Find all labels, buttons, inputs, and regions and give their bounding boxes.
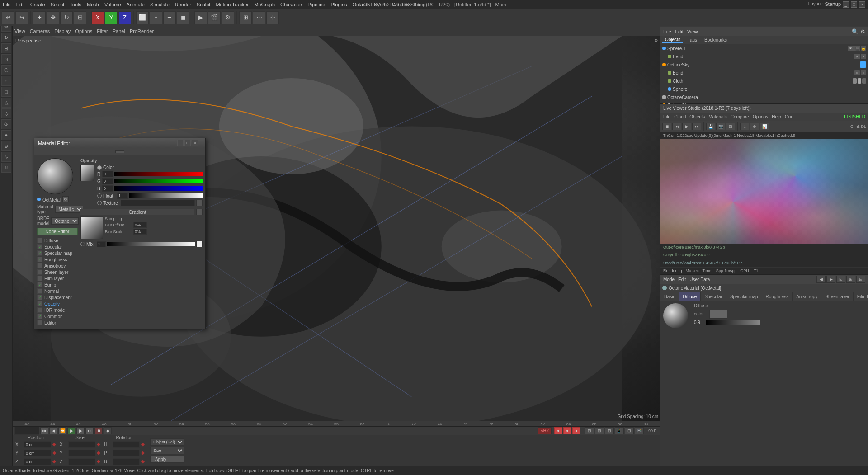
tab-specular-map[interactable]: Specular map: [726, 292, 762, 301]
cloth-tag3[interactable]: [862, 78, 866, 84]
tab-film-layer[interactable]: Film layer: [854, 292, 868, 301]
channel-diffuse[interactable]: Diffuse: [37, 237, 78, 244]
render-red-btn3[interactable]: ●: [572, 427, 580, 434]
playback-btn5[interactable]: ⊡: [625, 427, 634, 434]
channel-anisotropy[interactable]: Anisotropy: [37, 263, 78, 269]
lv-mode-btn2[interactable]: ⊞: [846, 276, 855, 283]
pos-y-input[interactable]: [24, 450, 51, 456]
mat-editor-maximize[interactable]: □: [184, 140, 191, 146]
pos-x-input[interactable]: [24, 441, 51, 448]
lv-menu-file[interactable]: File: [663, 114, 670, 119]
playback-btn2[interactable]: ⊞: [595, 427, 604, 434]
diffuse-slider[interactable]: [706, 320, 760, 325]
obj-item-bend1[interactable]: Bend ✓ ✓: [666, 52, 868, 61]
rot-h-key[interactable]: [141, 443, 145, 447]
bend2-edit[interactable]: ×: [861, 70, 866, 75]
roughness-check[interactable]: ✓: [37, 257, 42, 262]
scale-tool[interactable]: ⊞: [74, 11, 86, 24]
lv-btn-2[interactable]: ⏮: [672, 123, 681, 130]
lv-mode-edit[interactable]: Edit: [678, 277, 686, 282]
channel-ior-mode[interactable]: IOR mode: [37, 307, 78, 313]
channel-specular-map[interactable]: ✓ Specular map: [37, 250, 78, 256]
close-button[interactable]: ×: [859, 1, 865, 8]
pos-z-key[interactable]: [52, 460, 56, 464]
sidebar-tool-13[interactable]: ⊛: [1, 141, 11, 151]
lv-menu-cloud[interactable]: Cloud: [674, 114, 686, 119]
tab-objects[interactable]: Objects: [662, 37, 683, 43]
axis-z[interactable]: Z: [118, 11, 131, 24]
obj-manager-file[interactable]: File: [663, 29, 671, 34]
obj-item-octanesky1[interactable]: OctaneSky: [660, 61, 868, 69]
lv-btn-save[interactable]: 💾: [706, 123, 715, 130]
lv-mode-btn1[interactable]: ⊡: [836, 276, 845, 283]
pos-z-input[interactable]: [24, 458, 51, 465]
playback-btn3[interactable]: ⊟: [605, 427, 614, 434]
lv-nav-fwd[interactable]: ▶: [826, 276, 835, 283]
editor-check[interactable]: [37, 320, 42, 325]
obj-manager-edit[interactable]: Edit: [675, 29, 684, 34]
lv-mode-userdata[interactable]: User Data: [689, 277, 710, 282]
tab-anisotropy[interactable]: Anisotropy: [793, 292, 821, 301]
size-x-input[interactable]: 690.599 cm: [68, 441, 95, 448]
diffuse-check[interactable]: [37, 238, 42, 243]
playback-btn6[interactable]: 🎮: [635, 427, 644, 434]
obj-manager-view[interactable]: View: [687, 29, 698, 34]
rot-p-input[interactable]: 0°: [113, 450, 140, 456]
select-tool[interactable]: ✦: [33, 11, 46, 24]
channel-opacity[interactable]: ✓ Opacity: [37, 301, 78, 307]
lv-btn-cam[interactable]: 📷: [716, 123, 725, 130]
anisotropy-check[interactable]: [37, 263, 42, 268]
mat-editor-dragbar[interactable]: [34, 148, 205, 155]
r-slider[interactable]: [114, 172, 203, 176]
lv-btn-4[interactable]: ⏭: [692, 123, 701, 130]
lv-nav-back[interactable]: ◀: [816, 276, 826, 283]
sidebar-tool-12[interactable]: ✦: [1, 130, 11, 140]
obj-item-sphere2[interactable]: Sphere: [666, 85, 868, 93]
menu-select[interactable]: Select: [51, 2, 65, 7]
material-type-dropdown[interactable]: Metallic: [55, 206, 83, 213]
menu-animate[interactable]: Animate: [127, 2, 145, 7]
bend1-edit[interactable]: ✓: [861, 54, 866, 59]
tab-basic[interactable]: Basic: [660, 292, 679, 301]
go-start-btn[interactable]: ⏮: [40, 427, 48, 434]
lv-btn-display[interactable]: 📊: [760, 123, 769, 130]
specular-map-check[interactable]: ✓: [37, 250, 42, 256]
move-tool[interactable]: ✥: [47, 11, 59, 24]
channel-normal[interactable]: Normal: [37, 288, 78, 294]
obj-manager-icon2[interactable]: ⚙: [860, 28, 865, 35]
rot-b-input[interactable]: 0°: [113, 458, 140, 465]
channel-specular[interactable]: ✓ Specular: [37, 244, 78, 250]
float-slider[interactable]: [129, 193, 203, 198]
color-swatch[interactable]: [80, 165, 94, 181]
common-check[interactable]: ✓: [37, 314, 42, 319]
lv-menu-objects[interactable]: Objects: [689, 114, 705, 119]
axis-y[interactable]: Y: [105, 11, 118, 24]
render-red-btn2[interactable]: ●: [563, 427, 571, 434]
opacity-check[interactable]: ✓: [37, 301, 42, 306]
specular-check[interactable]: ✓: [37, 244, 42, 249]
sheen-check[interactable]: [37, 269, 42, 275]
float-input[interactable]: [117, 193, 128, 199]
coord-system-dropdown[interactable]: Object (Rel): [150, 438, 184, 446]
menu-motion-tracker[interactable]: Motion Tracker: [216, 2, 249, 7]
menu-create[interactable]: Create: [30, 2, 45, 7]
menu-display[interactable]: Display: [54, 28, 71, 34]
node-editor-button[interactable]: Node Editor: [37, 228, 78, 235]
pos-x-key[interactable]: [52, 443, 56, 447]
ior-check[interactable]: [37, 307, 42, 313]
obj-item-octanecamera[interactable]: OctaneCamera: [660, 93, 868, 101]
channel-roughness[interactable]: ✓ Roughness: [37, 256, 78, 263]
menu-volume[interactable]: Volume: [104, 2, 121, 7]
rot-p-key[interactable]: [141, 451, 145, 455]
menu-file[interactable]: File: [3, 2, 11, 7]
channel-bump[interactable]: ✓ Bump: [37, 282, 78, 288]
menu-tools[interactable]: Tools: [70, 2, 81, 7]
channel-film-layer[interactable]: Film layer: [37, 275, 78, 282]
menu-options[interactable]: Options: [75, 28, 92, 34]
lv-menu-help[interactable]: Help: [772, 114, 781, 119]
lv-mode-btn3[interactable]: ⊟: [856, 276, 865, 283]
go-end-btn[interactable]: ⏭: [85, 427, 94, 434]
tab-specular[interactable]: Specular: [701, 292, 726, 301]
size-y-key[interactable]: [97, 451, 100, 455]
render-red-btn1[interactable]: ●: [554, 427, 562, 434]
